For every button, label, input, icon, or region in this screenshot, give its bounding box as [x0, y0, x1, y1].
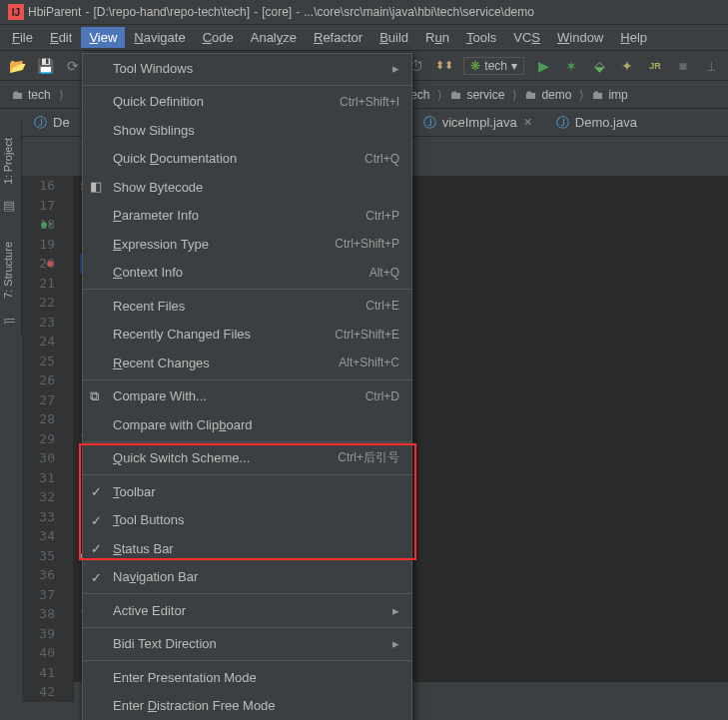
folder-icon: 🖿	[525, 88, 537, 102]
view-menu-item[interactable]: Quick Switch Scheme...Ctrl+后引号	[83, 444, 411, 473]
view-menu-item[interactable]: Quick DefinitionCtrl+Shift+I	[83, 88, 411, 117]
menu-analyze[interactable]: Analyze	[243, 27, 305, 48]
view-menu-item[interactable]: Expression TypeCtrl+Shift+P	[83, 230, 411, 259]
line-gutter: 161718●↑1920●212223242526272829303132333…	[22, 176, 74, 702]
menu-edit[interactable]: Edit	[42, 27, 80, 48]
menu-vcs[interactable]: VCS	[505, 27, 548, 48]
submenu-arrow-icon: ▸	[392, 603, 399, 618]
profiler-icon[interactable]: ✦	[618, 57, 636, 75]
view-menu-item[interactable]: ◧Show Bytecode	[83, 173, 411, 202]
view-menu-item[interactable]: Bidi Text Direction▸	[83, 630, 411, 659]
open-icon[interactable]: 📂	[8, 57, 26, 75]
crumb-demo[interactable]: 🖿demo	[521, 88, 588, 102]
crumb-imp[interactable]: 🖿imp	[588, 88, 639, 102]
tool-structure[interactable]: 7: Structure	[0, 234, 16, 307]
folder-icon: 🖿	[450, 88, 462, 102]
title-module: [core]	[262, 5, 292, 19]
menu-view[interactable]: View	[81, 27, 125, 48]
save-icon[interactable]: 💾	[36, 57, 54, 75]
shortcut: Ctrl+P	[365, 209, 399, 223]
view-menu-item[interactable]: Context InfoAlt+Q	[83, 259, 411, 288]
menu-navigate[interactable]: Navigate	[126, 27, 193, 48]
run-icon[interactable]: ▶	[534, 57, 552, 75]
check-icon: ✓	[91, 541, 102, 556]
debug-icon[interactable]: ✶	[562, 57, 580, 75]
submenu-arrow-icon: ▸	[392, 61, 399, 76]
view-menu-item[interactable]: Show Siblings	[83, 116, 411, 145]
shortcut: Alt+Shift+C	[339, 356, 399, 369]
view-menu-item[interactable]: Active Editor▸	[83, 596, 411, 625]
crumb-service[interactable]: 🖿service	[446, 88, 521, 102]
app-icon: IJ	[8, 4, 24, 20]
view-menu-item[interactable]: Parameter InfoCtrl+P	[83, 202, 411, 231]
menu-build[interactable]: Build	[371, 27, 416, 48]
title-bar: IJ HbiParent - [D:\repo-hand\repo-tech\t…	[0, 0, 728, 25]
structure-icon: ≔	[3, 313, 19, 329]
shortcut: Ctrl+D	[365, 389, 399, 403]
stop-icon-tb[interactable]: ■	[674, 57, 692, 75]
view-menu-item[interactable]: Recent ChangesAlt+Shift+C	[83, 349, 411, 377]
shortcut: Ctrl+E	[365, 299, 399, 313]
check-icon: ✓	[91, 484, 102, 499]
view-menu-item[interactable]: Tool Windows▸	[83, 54, 411, 83]
shortcut: Ctrl+Shift+P	[335, 237, 399, 251]
view-menu-item[interactable]: ✓Status Bar	[83, 534, 411, 563]
check-icon: ✓	[91, 570, 102, 585]
title-app: HbiParent	[28, 5, 81, 19]
tool-project[interactable]: 1: Project	[0, 130, 16, 192]
chevron-down-icon: ▾	[511, 59, 517, 73]
view-menu-item[interactable]: ✓Navigation Bar	[83, 563, 411, 592]
menu-file[interactable]: File	[4, 27, 41, 48]
title-file: ...\core\src\main\java\hbi\tech\service\…	[304, 5, 534, 19]
view-menu-item[interactable]: Enter Distraction Free Mode	[83, 692, 411, 721]
menu-tools[interactable]: Tools	[458, 27, 504, 48]
editor-tab[interactable]: ⒿviceImpl.java✕	[411, 109, 544, 136]
menu-item-icon: ◧	[90, 179, 102, 194]
view-menu-item[interactable]: ⧉Compare With...Ctrl+D	[83, 382, 411, 411]
more-icon[interactable]: ⟂	[702, 57, 720, 75]
shortcut: Ctrl+Shift+I	[340, 95, 399, 109]
view-menu-dropdown: Tool Windows▸Quick DefinitionCtrl+Shift+…	[82, 53, 412, 720]
error-marker-icon: ●	[47, 254, 53, 274]
crumb-tech[interactable]: 🖿tech	[8, 88, 68, 102]
close-icon[interactable]: ✕	[523, 116, 532, 129]
folder-icon: 🖿	[12, 88, 24, 102]
view-menu-item[interactable]: ✓Tool Buttons	[83, 506, 411, 535]
folder-icon: 🖿	[592, 88, 604, 102]
java-file-icon: Ⓙ	[556, 114, 569, 132]
view-menu-item[interactable]: Recently Changed FilesCtrl+Shift+E	[83, 321, 411, 350]
menu-window[interactable]: Window	[549, 27, 611, 48]
menu-code[interactable]: Code	[195, 27, 242, 48]
shortcut: Ctrl+Q	[364, 152, 399, 166]
menu-run[interactable]: Run	[417, 27, 457, 48]
editor-tab[interactable]: ⒿDe	[22, 109, 82, 136]
check-icon: ✓	[91, 513, 102, 528]
view-menu-item[interactable]: Quick DocumentationCtrl+Q	[83, 145, 411, 174]
settings-icon[interactable]: ⬍⬍	[435, 57, 453, 75]
vcs-marker-icon: ●↑	[41, 215, 53, 235]
run-config-label: tech	[484, 59, 507, 73]
java-file-icon: Ⓙ	[423, 114, 436, 132]
folder-icon: ▤	[3, 198, 19, 214]
submenu-arrow-icon: ▸	[392, 636, 399, 651]
jrebel-icon[interactable]: JR	[646, 57, 664, 75]
refresh-icon[interactable]: ⟳	[64, 57, 82, 75]
spring-icon: ❋	[470, 59, 480, 73]
run-config-selector[interactable]: ❋ tech ▾	[463, 57, 524, 75]
view-menu-item[interactable]: Enter Presentation Mode	[83, 663, 411, 692]
menu-help[interactable]: Help	[612, 27, 655, 48]
view-menu-item[interactable]: ✓Toolbar	[83, 477, 411, 506]
editor-tab[interactable]: ⒿDemo.java	[544, 109, 649, 136]
coverage-icon[interactable]: ⬙	[590, 57, 608, 75]
java-file-icon: Ⓙ	[34, 114, 47, 132]
shortcut: Alt+Q	[369, 266, 399, 280]
shortcut: Ctrl+Shift+E	[335, 328, 399, 342]
left-tool-strip: 1: Project ▤ 7: Structure ≔	[0, 120, 22, 335]
shortcut: Ctrl+后引号	[338, 449, 399, 466]
menu-refactor[interactable]: Refactor	[306, 27, 370, 48]
title-path: [D:\repo-hand\repo-tech\tech]	[93, 5, 250, 19]
menu-item-icon: ⧉	[90, 388, 99, 404]
view-menu-item[interactable]: Compare with Clipboard	[83, 410, 411, 439]
menu-bar: FileEditViewNavigateCodeAnalyzeRefactorB…	[0, 25, 728, 51]
view-menu-item[interactable]: Recent FilesCtrl+E	[83, 292, 411, 321]
